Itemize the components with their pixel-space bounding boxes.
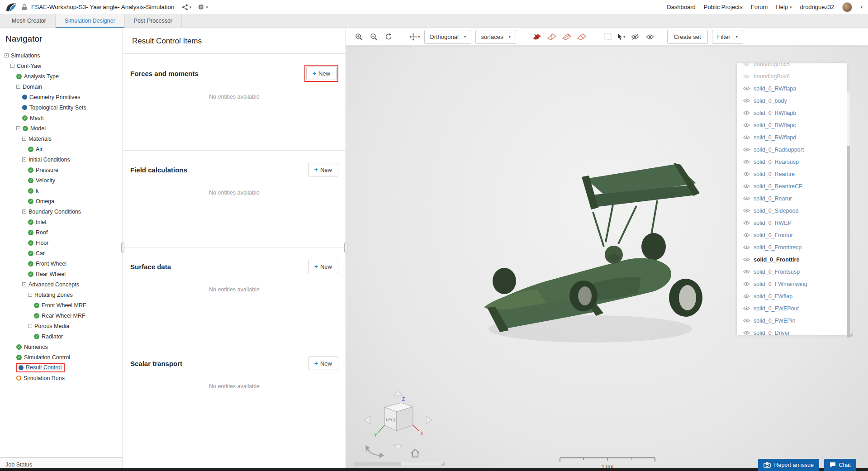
new-field-calculations-button[interactable]: +New: [308, 163, 338, 176]
tab-mesh-creator[interactable]: Mesh Creator: [3, 14, 56, 28]
tree-item-omega[interactable]: ✓Omega: [0, 196, 123, 206]
tree-item-geometry-primitives[interactable]: Geometry Primitives: [0, 92, 123, 102]
visibility-eye-icon[interactable]: [743, 318, 750, 323]
panel-resize-handle[interactable]: [344, 243, 347, 252]
collapse-icon[interactable]: -: [22, 282, 26, 286]
tree-item-front-wheel[interactable]: ✓Front Wheel: [0, 258, 123, 269]
tree-item-numerics[interactable]: ✓Numerics: [0, 342, 123, 352]
tree-item-k[interactable]: ✓k: [0, 186, 123, 196]
solid-item-boundingbox6[interactable]: boundingBox6: [737, 70, 847, 82]
tree-item-boundary-conditions[interactable]: -Boundary Conditions: [0, 206, 123, 217]
clip-plane-icon-1[interactable]: [531, 31, 542, 42]
user-avatar[interactable]: [842, 2, 852, 12]
car-3d-model[interactable]: [477, 162, 703, 357]
chat-button[interactable]: Chat: [824, 459, 856, 471]
collapse-icon[interactable]: -: [10, 64, 14, 68]
resize-grip-icon[interactable]: [441, 461, 445, 468]
tree-item-simulation-runs[interactable]: Simulation Runs: [0, 373, 123, 383]
settings-gear-button[interactable]: ▾: [198, 4, 208, 10]
collapse-icon[interactable]: -: [28, 324, 32, 328]
visibility-eye-icon[interactable]: [743, 86, 750, 91]
solid-item-solid_0_rearsusp[interactable]: solid_0_Rearsusp: [737, 156, 847, 168]
solid-item-solid_0_radsupport[interactable]: solid_0_Radsupport: [737, 143, 847, 156]
tree-item-simulations[interactable]: -Simulations: [0, 50, 123, 61]
tree-item-materials[interactable]: -Materials: [0, 133, 123, 144]
solid-item-solid_0_frontur[interactable]: solid_0_Frontur: [737, 229, 847, 241]
tree-item-simulation-control[interactable]: ✓Simulation Control: [0, 352, 123, 362]
solid-item-solid_0_fwmainwing[interactable]: solid_0_FWmainwing: [737, 278, 847, 290]
create-set-button[interactable]: Create set: [667, 30, 708, 44]
hide-selected-eye-icon[interactable]: [630, 31, 640, 42]
solid-item-boundingbox5[interactable]: boundingBox5: [737, 63, 847, 70]
viewport-3d[interactable]: ▾ Orthogonal▾ surfaces▾ ▾: [346, 28, 868, 471]
tree-item-velocity[interactable]: ✓Velocity: [0, 175, 123, 186]
tree-item-topological-entity-sets[interactable]: Topological Entity Sets: [0, 102, 123, 113]
tree-item-rotating-zones[interactable]: -Rotating Zones: [0, 290, 123, 300]
tree-item-pressure[interactable]: ✓Pressure: [0, 165, 123, 175]
zoom-in-icon[interactable]: [353, 31, 364, 42]
clip-plane-icon-2[interactable]: [546, 31, 557, 42]
tab-simulation-designer[interactable]: Simulation Designer: [56, 14, 125, 28]
visibility-eye-icon[interactable]: [743, 159, 750, 164]
nav-help[interactable]: Help▾: [776, 4, 792, 10]
tree-item-floor[interactable]: ✓Floor: [0, 238, 123, 248]
visibility-eye-icon[interactable]: [743, 74, 750, 79]
tree-item-analysis-type[interactable]: ✓Analysis Type: [0, 71, 123, 81]
solid-item-solid_0_rwflapb[interactable]: solid_0_RWflapb: [737, 107, 847, 119]
viewport-h-scrollbar[interactable]: [354, 462, 440, 466]
navigator-resize-handle[interactable]: [121, 243, 124, 252]
new-surface-data-button[interactable]: +New: [308, 260, 338, 273]
show-all-eye-icon[interactable]: [645, 31, 655, 42]
tree-item-inlet[interactable]: ✓Inlet: [0, 217, 123, 227]
visibility-eye-icon[interactable]: [743, 330, 750, 335]
cursor-select-button[interactable]: ▾: [617, 33, 626, 40]
collapse-icon[interactable]: -: [16, 126, 20, 130]
tree-item-rear-wheel-mrf[interactable]: ✓Rear Wheel MRF: [0, 310, 123, 321]
box-select-icon[interactable]: [602, 31, 613, 42]
collapse-icon[interactable]: -: [22, 209, 26, 214]
new-forces-and-moments-button[interactable]: +New: [306, 67, 337, 80]
zoom-out-icon[interactable]: [368, 31, 379, 42]
orientation-cube[interactable]: LEFT Z Y X: [359, 385, 438, 463]
visibility-eye-icon[interactable]: [743, 281, 750, 286]
visibility-eye-icon[interactable]: [743, 110, 750, 115]
collapse-icon[interactable]: -: [16, 85, 20, 89]
visibility-eye-icon[interactable]: [743, 208, 750, 213]
visibility-eye-icon[interactable]: [743, 196, 750, 201]
visibility-eye-icon[interactable]: [743, 245, 750, 250]
projection-select[interactable]: Orthogonal▾: [424, 30, 472, 44]
solid-item-solid_0_rwflapa[interactable]: solid_0_RWflapa: [737, 82, 847, 95]
tree-item-model[interactable]: -✓Model: [0, 123, 123, 133]
tree-item-advanced-concepts[interactable]: -Advanced Concepts: [0, 279, 123, 290]
nav-public-projects[interactable]: Public Projects: [704, 4, 743, 10]
tab-post-processor[interactable]: Post-Processor: [125, 14, 182, 28]
solid-item-solid_0_rwflapd[interactable]: solid_0_RWflapd: [737, 131, 847, 143]
solid-item-solid_0_rwep[interactable]: solid_0_RWEP: [737, 217, 847, 229]
filter-select[interactable]: Filter▾: [712, 30, 743, 44]
visibility-eye-icon[interactable]: [743, 147, 750, 152]
solid-item-solid_0_fwepout[interactable]: solid_0_FWEPout: [737, 302, 847, 314]
tree-item-porous-media[interactable]: -Porous Media: [0, 321, 123, 331]
tree-item-conf-yaw[interactable]: -Conf-Yaw: [0, 61, 123, 71]
share-button[interactable]: ▾: [182, 4, 192, 10]
visibility-eye-icon[interactable]: [743, 233, 750, 238]
tree-item-rear-wheel[interactable]: ✓Rear Wheel: [0, 269, 123, 279]
pan-tool-button[interactable]: ▾: [409, 33, 420, 41]
tree-item-initial-conditions[interactable]: -Initial Conditions: [0, 154, 123, 165]
collapse-icon[interactable]: -: [28, 293, 32, 297]
simscale-logo-icon[interactable]: [5, 2, 17, 12]
render-mode-select[interactable]: surfaces▾: [475, 30, 516, 44]
visibility-eye-icon[interactable]: [743, 184, 750, 189]
visibility-eye-icon[interactable]: [743, 135, 750, 140]
report-issue-button[interactable]: Report an issue: [758, 459, 819, 471]
refresh-fit-icon[interactable]: [383, 31, 394, 42]
tree-item-air[interactable]: ✓Air: [0, 144, 123, 154]
solid-item-solid_0_rwflapc[interactable]: solid_0_RWflapc: [737, 119, 847, 131]
visibility-eye-icon[interactable]: [743, 98, 750, 103]
collapse-icon[interactable]: -: [22, 157, 26, 162]
tree-item-front-wheel-mrf[interactable]: ✓Front Wheel MRF: [0, 300, 123, 310]
resize-grip-icon[interactable]: [849, 332, 853, 339]
scrollbar-thumb[interactable]: [355, 462, 401, 466]
visibility-eye-icon[interactable]: [743, 257, 750, 262]
solid-item-solid_0_driver[interactable]: solid_0_Driver: [737, 327, 847, 335]
